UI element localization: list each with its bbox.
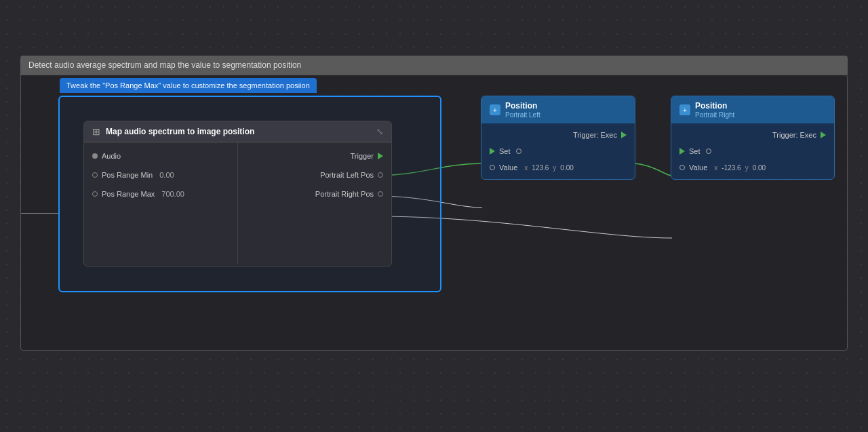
position-left-y-label: y: [553, 164, 556, 172]
portrait-left-pos-label: Portrait Left Pos: [320, 171, 374, 179]
audio-port: [92, 153, 98, 159]
position-right-body: Trigger: Exec Set Value x -123.6 y 0.00: [671, 123, 834, 179]
position-left-set-port: [490, 148, 495, 155]
pos-range-max-value: 700.00: [161, 190, 184, 198]
map-audio-node-header: ⊞ Map audio spectrum to image position ⤡: [84, 121, 391, 142]
audio-label: Audio: [102, 152, 121, 160]
grid-icon: ⊞: [92, 126, 100, 137]
pos-range-max-label: Pos Range Max: [102, 190, 155, 198]
portrait-right-pos-label: Portrait Right Pos: [315, 190, 374, 198]
group-box-label: Tweak the "Pos Range Max" value to custo…: [60, 78, 317, 93]
position-right-subtitle: Portrait Right: [695, 111, 734, 119]
workflow-header: Detect audio average spectrum and map th…: [20, 56, 848, 75]
position-left-y-value: 0.00: [560, 164, 573, 172]
portrait-left-pos-port: [378, 172, 383, 178]
position-left-header: + Position Portrait Left: [481, 96, 635, 123]
position-right-value-label: Value: [689, 163, 707, 172]
audio-input-row: Audio: [92, 152, 229, 160]
position-right-value-row: Value x -123.6 y 0.00: [679, 161, 826, 174]
position-right-set-port: [679, 148, 685, 155]
position-left-value-label: Value: [499, 163, 517, 172]
position-left-icon: +: [490, 104, 500, 115]
position-right-trigger-row: Trigger: Exec: [679, 129, 826, 141]
pos-range-min-port: [92, 172, 98, 178]
position-right-node[interactable]: + Position Portrait Right Trigger: Exec …: [671, 96, 835, 180]
portrait-left-pos-row: Portrait Left Pos: [320, 171, 383, 179]
expand-icon[interactable]: ⤡: [376, 127, 383, 136]
position-left-subtitle: Portrait Left: [505, 111, 540, 119]
position-left-title: Position: [505, 101, 540, 111]
portrait-right-pos-port: [378, 191, 383, 197]
position-right-set-label: Set: [689, 147, 701, 155]
pos-range-max-port: [92, 191, 98, 197]
group-box: Tweak the "Pos Range Max" value to custo…: [58, 96, 441, 292]
position-right-y-value: 0.00: [753, 164, 766, 172]
position-right-titles: Position Portrait Right: [695, 101, 734, 119]
position-left-set-label: Set: [499, 147, 511, 155]
pos-range-max-row: Pos Range Max 700.00: [92, 190, 229, 198]
position-right-y-label: y: [745, 164, 749, 172]
position-left-trigger-row: Trigger: Exec: [490, 129, 627, 141]
pos-range-min-row: Pos Range Min 0.00: [92, 171, 229, 179]
node-outputs: Trigger Portrait Left Pos Portrait Right…: [238, 142, 391, 264]
position-left-value-row: Value x 123.6 y 0.00: [490, 161, 627, 174]
position-right-icon: +: [679, 104, 690, 115]
pos-range-min-label: Pos Range Min: [102, 171, 153, 179]
input-line: [21, 213, 58, 214]
position-right-x-label: x: [714, 164, 717, 172]
position-right-trigger-label: Trigger: Exec: [772, 131, 816, 139]
trigger-output-port: [378, 153, 383, 159]
position-right-x-value: -123.6: [722, 164, 741, 172]
node-inputs: Audio Pos Range Min 0.00 Pos Range Max: [84, 142, 238, 264]
position-left-body: Trigger: Exec Set Value x 123.6 y 0.00: [481, 123, 635, 179]
portrait-right-pos-row: Portrait Right Pos: [315, 190, 383, 198]
workflow-header-text: Detect audio average spectrum and map th…: [28, 60, 301, 70]
pos-range-min-value: 0.00: [159, 171, 174, 179]
position-left-titles: Position Portrait Left: [505, 101, 540, 119]
map-audio-node-body: Audio Pos Range Min 0.00 Pos Range Max: [84, 142, 391, 264]
position-right-header: + Position Portrait Right: [671, 96, 834, 123]
position-left-set-row: Set: [490, 145, 627, 157]
trigger-output-row: Trigger: [351, 152, 383, 160]
position-left-trigger-label: Trigger: Exec: [573, 131, 617, 139]
position-right-set-dot: [706, 149, 711, 154]
position-right-set-row: Set: [679, 145, 826, 157]
map-audio-title: Map audio spectrum to image position: [106, 127, 254, 136]
position-right-value-port: [679, 165, 685, 170]
position-left-set-dot: [516, 149, 521, 154]
position-left-value-port: [490, 165, 495, 170]
workflow-container: Tweak the "Pos Range Max" value to custo…: [20, 75, 848, 351]
trigger-output-label: Trigger: [351, 152, 374, 160]
map-audio-node[interactable]: ⊞ Map audio spectrum to image position ⤡…: [83, 121, 392, 267]
position-left-node[interactable]: + Position Portrait Left Trigger: Exec S…: [481, 96, 635, 180]
position-left-trigger-port: [621, 132, 627, 138]
position-left-x-value: 123.6: [532, 164, 549, 172]
position-right-trigger-port: [821, 132, 826, 138]
position-left-x-label: x: [524, 164, 528, 172]
position-right-title: Position: [695, 101, 734, 111]
